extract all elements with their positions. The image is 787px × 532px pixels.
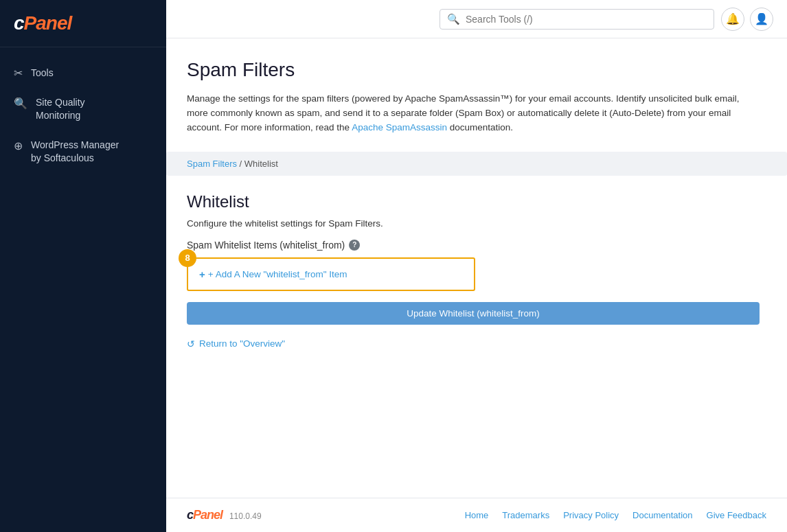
sidebar-logo: cPanel [0, 0, 166, 47]
footer-link-home[interactable]: Home [465, 510, 489, 520]
highlight-box: 8 + + Add A New "whitelist_from" Item [187, 257, 475, 291]
main-content: Spam Filters Manage the settings for the… [166, 38, 787, 498]
header-icons: 🔔 👤 [721, 8, 773, 31]
footer: cPanel 110.0.49 Home Trademarks Privacy … [166, 498, 787, 532]
footer-version: 110.0.49 [229, 511, 262, 521]
add-whitelist-item-link[interactable]: + + Add A New "whitelist_from" Item [199, 268, 463, 280]
wordpress-icon: ⊕ [14, 139, 23, 152]
plus-icon: + [199, 268, 205, 280]
sidebar-item-site-quality-label: Site QualityMonitoring [36, 96, 85, 122]
footer-branding: cPanel 110.0.49 [187, 508, 262, 522]
user-icon: 👤 [755, 12, 768, 25]
section-title: Whitelist [187, 192, 760, 211]
cpanel-logo-text: cPanel [14, 12, 152, 34]
footer-logo: cPanel [187, 508, 223, 522]
search-input[interactable] [466, 14, 707, 25]
sidebar-item-wordpress[interactable]: ⊕ WordPress Managerby Softaculous [0, 130, 166, 173]
footer-link-documentation[interactable]: Documentation [632, 510, 692, 520]
page-description: Manage the settings for the spam filters… [187, 92, 760, 135]
spamassassin-link[interactable]: Apache SpamAssassin [352, 122, 447, 132]
footer-link-trademarks[interactable]: Trademarks [502, 510, 549, 520]
step-badge: 8 [179, 249, 196, 267]
help-icon[interactable]: ? [349, 240, 360, 251]
sidebar: cPanel ✂ Tools 🔍 Site QualityMonitoring … [0, 0, 166, 532]
sidebar-nav: ✂ Tools 🔍 Site QualityMonitoring ⊕ WordP… [0, 47, 166, 532]
return-icon: ↺ [187, 338, 195, 349]
tools-icon: ✂ [14, 67, 23, 80]
section-description: Configure the whitelist settings for Spa… [187, 218, 760, 229]
return-overview-link[interactable]: ↺ Return to "Overview" [187, 338, 285, 349]
breadcrumb: Spam Filters / Whitelist [166, 152, 787, 176]
breadcrumb-current: Whitelist [244, 159, 278, 169]
sidebar-item-site-quality[interactable]: 🔍 Site QualityMonitoring [0, 88, 166, 130]
page-title: Spam Filters [187, 59, 760, 81]
header: 🔍 🔔 👤 [166, 0, 787, 38]
sidebar-item-wordpress-label: WordPress Managerby Softaculous [31, 139, 119, 165]
whitelist-items-label: Spam Whitelist Items (whitelist_from) ? [187, 240, 760, 251]
update-whitelist-button[interactable]: Update Whitelist (whitelist_from) [187, 302, 760, 325]
search-icon: 🔍 [447, 13, 460, 25]
footer-links: Home Trademarks Privacy Policy Documenta… [465, 510, 766, 520]
bell-icon: 🔔 [726, 12, 740, 25]
user-button[interactable]: 👤 [750, 8, 773, 31]
footer-link-privacy[interactable]: Privacy Policy [563, 510, 619, 520]
sidebar-item-tools[interactable]: ✂ Tools [0, 58, 166, 88]
sidebar-item-tools-label: Tools [31, 67, 54, 80]
breadcrumb-parent-link[interactable]: Spam Filters [187, 159, 237, 169]
site-quality-icon: 🔍 [14, 97, 27, 110]
notifications-button[interactable]: 🔔 [721, 8, 744, 31]
footer-link-feedback[interactable]: Give Feedback [707, 510, 766, 520]
search-bar[interactable]: 🔍 [440, 9, 714, 30]
content-area: 🔍 🔔 👤 Spam Filters Manage the settings f… [166, 0, 787, 532]
